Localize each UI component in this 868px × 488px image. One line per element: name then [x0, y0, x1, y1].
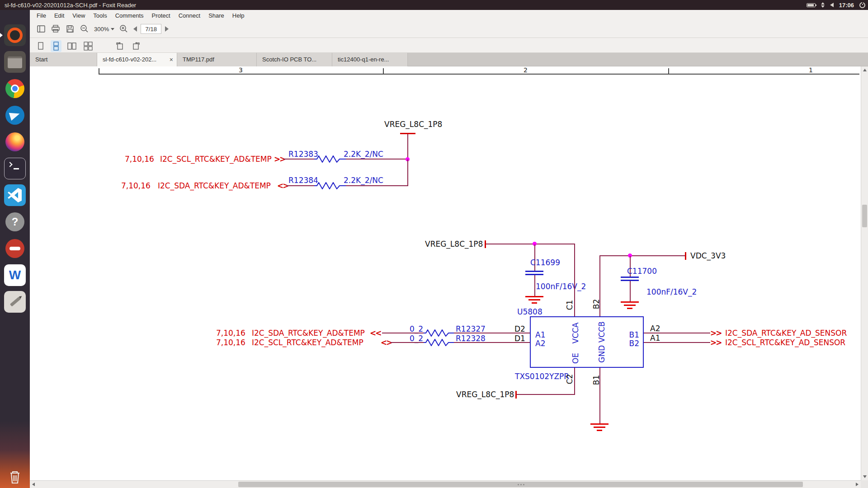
resistor-value: 0_2	[410, 325, 423, 333]
remmina-icon[interactable]	[4, 238, 26, 259]
zoom-out-icon[interactable]	[79, 23, 90, 35]
question-glyph: ?	[5, 212, 24, 231]
ground-symbol	[532, 302, 537, 304]
trash-can	[4, 466, 26, 488]
continuous-view-icon[interactable]	[51, 40, 61, 52]
wire	[283, 159, 314, 160]
menu-help[interactable]: Help	[228, 10, 249, 21]
sheet-ref-label: 7,10,16	[216, 329, 245, 338]
horizontal-scrollbar[interactable]	[30, 480, 861, 488]
page-layout-toolbar	[30, 38, 868, 53]
clock: 17:06	[839, 2, 854, 9]
zoom-level-value: 300%	[94, 26, 109, 33]
menu-protect[interactable]: Protect	[148, 10, 175, 21]
menu-file[interactable]: File	[33, 10, 50, 21]
facing-view-icon[interactable]	[66, 40, 78, 52]
zone-number: 3	[239, 66, 243, 74]
zone-tick	[99, 68, 99, 74]
menu-view[interactable]: View	[68, 10, 89, 21]
ic-pin-name: A1	[535, 331, 545, 339]
window-title: sl-fd-c610-v02-20201012a-SCH.pdf - Foxit…	[5, 2, 136, 9]
print-icon[interactable]	[50, 23, 61, 35]
wire	[407, 160, 408, 186]
scroll-up-button[interactable]	[861, 66, 868, 74]
menu-connect[interactable]: Connect	[175, 10, 204, 21]
remmina-circle	[5, 239, 24, 258]
resistor-value: 2.2K_2/NC	[344, 150, 383, 159]
ic-pin-name: GND VCCB	[598, 321, 606, 362]
net-label-sda-key: I2C_SDA_RTC&KEY_AD&TEMP	[252, 329, 365, 338]
scroll-right-button[interactable]	[854, 481, 861, 488]
chrome-icon[interactable]	[4, 78, 26, 99]
menu-comments[interactable]: Comments	[111, 10, 148, 21]
menu-share[interactable]: Share	[204, 10, 228, 21]
running-app-indicator	[0, 33, 3, 38]
tab-close-button[interactable]: ×	[170, 53, 173, 66]
foxit-reader-icon[interactable]	[4, 24, 26, 46]
tab-label: TMP117.pdf	[183, 56, 214, 63]
continuous-facing-view-icon[interactable]	[82, 40, 94, 52]
net-label-sda-key: I2C_SDA_RTC&KEY_AD&TEMP	[158, 182, 271, 190]
menu-edit[interactable]: Edit	[50, 10, 68, 21]
rotate-right-icon[interactable]	[130, 40, 142, 52]
scroll-down-button[interactable]	[861, 473, 868, 480]
prev-page-button[interactable]	[132, 25, 138, 33]
ground-symbol	[590, 423, 609, 425]
tab-start[interactable]: Start	[30, 53, 97, 66]
ground-symbol	[594, 427, 605, 428]
pdf-page-canvas[interactable]: 3 2 1 VREG_L8C_1P8 7,10,16 I2C_SCL_RTC&K…	[30, 66, 861, 480]
scrollbar-corner	[861, 480, 868, 488]
sheet-ref-label: 7,10,16	[125, 155, 154, 164]
ground-symbol	[525, 296, 543, 297]
sheet-ref-label: 7,10,16	[121, 182, 151, 190]
pin-number: D1	[514, 334, 525, 343]
page-number-input[interactable]	[141, 24, 161, 34]
tab-label: Start	[35, 56, 47, 63]
wire	[287, 185, 314, 186]
zoom-in-icon[interactable]	[118, 23, 130, 35]
terminal-icon[interactable]	[4, 158, 26, 179]
trash-icon[interactable]	[4, 466, 26, 488]
files-icon[interactable]	[4, 51, 26, 73]
ubuntu-launcher: ? W	[0, 10, 30, 488]
firefox-icon[interactable]	[4, 131, 26, 153]
text-editor-icon[interactable]	[4, 291, 26, 313]
sheet-ref-label: 7,10,16	[216, 338, 245, 347]
wps-writer-icon[interactable]: W	[4, 264, 26, 286]
menu-tools[interactable]: Tools	[89, 10, 111, 21]
single-page-view-icon[interactable]	[35, 40, 46, 52]
tab-label: tic12400-q1-en-re...	[338, 56, 389, 63]
sidebar-panel-icon[interactable]	[35, 23, 47, 35]
rotate-left-icon[interactable]	[114, 40, 126, 52]
bird-shape	[9, 110, 21, 121]
vertical-scrollbar[interactable]	[861, 66, 868, 480]
thunderbird-icon[interactable]	[4, 104, 26, 126]
horizontal-scroll-thumb[interactable]	[238, 482, 803, 487]
zone-tick	[668, 68, 669, 74]
chrome-blue-dot	[12, 86, 18, 91]
tab-tmp117[interactable]: TMP117.pdf	[177, 53, 257, 66]
save-icon[interactable]	[64, 23, 76, 35]
ic-pin-name: A2	[535, 339, 545, 348]
resistor-value: 2.2K_2/NC	[344, 176, 383, 185]
ground-symbol	[624, 305, 636, 306]
zoom-level-dropdown[interactable]: 300%	[93, 25, 115, 33]
vscode-ribbon	[4, 184, 26, 206]
scroll-left-button[interactable]	[30, 481, 37, 488]
wire	[599, 368, 600, 423]
tab-scotch-io[interactable]: Scotch-IO PCB TO...	[257, 53, 332, 66]
power-icon	[859, 2, 865, 8]
prompt-chevron	[7, 162, 12, 167]
pin-number: A2	[650, 324, 660, 333]
tab-current-document[interactable]: sl-fd-c610-v02-202... ×	[97, 53, 177, 66]
pin-number: C1	[566, 300, 574, 310]
next-page-button[interactable]	[164, 25, 170, 33]
vscode-icon[interactable]	[4, 184, 26, 206]
vertical-scroll-thumb[interactable]	[862, 205, 867, 227]
wire	[534, 275, 535, 296]
foxit-logo	[7, 28, 23, 43]
system-indicators[interactable]: 17:06	[807, 0, 865, 10]
tab-tic12400[interactable]: tic12400-q1-en-re...	[332, 53, 408, 66]
help-icon[interactable]: ?	[4, 211, 26, 233]
ic-part-number: TXS0102YZPR	[515, 372, 569, 381]
